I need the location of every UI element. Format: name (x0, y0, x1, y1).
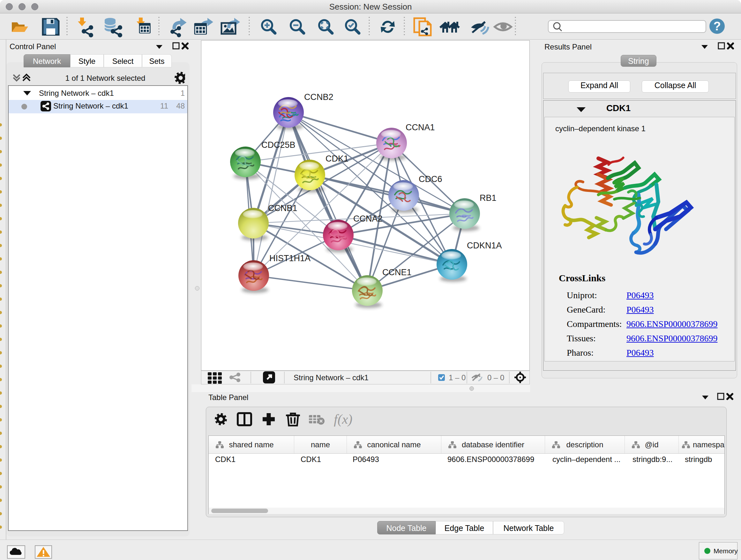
svg-text:CDK1: CDK1 (326, 154, 348, 164)
svg-text:f(x): f(x) (334, 412, 352, 427)
svg-text:CCNA2: CCNA2 (353, 214, 383, 224)
svg-text:CCNB1: CCNB1 (268, 203, 297, 213)
svg-text:?: ? (713, 19, 721, 33)
svg-text:String Network – cdk1: String Network – cdk1 (293, 373, 368, 382)
svg-text:RB1: RB1 (480, 193, 496, 203)
svg-text:0 – 0: 0 – 0 (487, 373, 504, 382)
svg-text:CDC25B: CDC25B (261, 140, 295, 150)
svg-text:CCNE1: CCNE1 (382, 267, 412, 277)
svg-text:CCNB2: CCNB2 (304, 92, 333, 102)
svg-text:HIST1H1A: HIST1H1A (269, 253, 311, 263)
svg-text:CCNA1: CCNA1 (406, 123, 435, 132)
svg-text:CDKN1A: CDKN1A (467, 241, 502, 250)
svg-text:CDC6: CDC6 (419, 174, 442, 184)
svg-text:1 – 0: 1 – 0 (449, 373, 466, 382)
